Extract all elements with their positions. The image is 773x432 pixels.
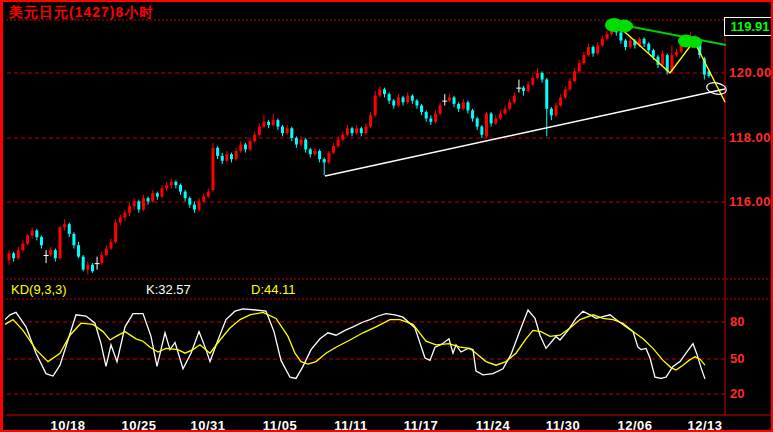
date-label: 11/11	[326, 418, 376, 432]
candle-body	[647, 44, 650, 51]
d-line	[5, 312, 705, 370]
candle-body	[388, 94, 391, 101]
candle-body	[337, 140, 340, 147]
candle-body	[522, 88, 525, 91]
candle-body	[267, 122, 270, 125]
candle-body	[652, 50, 655, 57]
kd-d-value: D:44.11	[251, 282, 296, 297]
candle-body	[68, 224, 71, 234]
candle-body	[360, 128, 363, 133]
candle-body	[494, 119, 497, 124]
candle-body	[504, 109, 507, 114]
candle-body	[272, 120, 275, 125]
date-label: 11/05	[255, 418, 305, 432]
candle-body	[174, 182, 177, 185]
candle-body	[606, 34, 609, 39]
candle-body	[114, 223, 117, 243]
candle-body	[559, 97, 562, 105]
candle-body	[193, 205, 196, 210]
candle-body	[327, 153, 330, 163]
candle-body	[137, 201, 140, 209]
candle-body	[392, 101, 395, 106]
candle-body	[230, 154, 233, 159]
kd-indicator-name[interactable]: KD(9,3,3)	[11, 282, 67, 297]
chart-canvas[interactable]	[3, 2, 773, 432]
support-trendline	[325, 89, 725, 176]
candle-body	[364, 127, 367, 134]
candle-body	[661, 54, 664, 65]
candle-body	[434, 114, 437, 122]
candle-body	[17, 250, 20, 258]
candle-body	[123, 213, 126, 218]
candle-body	[44, 255, 49, 256]
chart-title: 美元日元(1427)8小时	[9, 4, 154, 22]
candle-body	[439, 106, 442, 114]
candle-body	[531, 78, 534, 85]
candle-body	[72, 234, 75, 245]
candle-body	[643, 39, 646, 44]
candle-body	[207, 192, 210, 197]
candle-body	[629, 41, 632, 48]
candle-body	[573, 71, 576, 81]
candle-body	[578, 63, 581, 71]
candle-body	[290, 128, 293, 138]
candle-body	[448, 97, 451, 100]
candle-body	[318, 151, 321, 159]
candle-body	[133, 201, 136, 206]
candle-body	[490, 114, 493, 124]
candle-body	[466, 102, 469, 110]
candle-body	[415, 101, 418, 106]
candle-body	[564, 89, 567, 97]
candle-body	[420, 106, 423, 113]
candle-body	[184, 192, 187, 199]
date-label: 10/18	[43, 418, 93, 432]
candle-body	[592, 47, 595, 54]
candle-body	[476, 119, 479, 127]
date-label: 12/13	[680, 418, 730, 432]
price-axis-label: 120.00	[729, 65, 772, 80]
candle-body	[86, 265, 89, 270]
candle-body	[95, 263, 100, 264]
candle-body	[601, 39, 604, 46]
candle-body	[77, 245, 80, 256]
candle-body	[244, 145, 247, 150]
date-label: 11/17	[396, 418, 446, 432]
kd-k-value: K:32.57	[146, 282, 191, 297]
candle-body	[332, 146, 335, 153]
candle-body	[624, 41, 627, 48]
date-label: 12/06	[610, 418, 660, 432]
candle-body	[300, 140, 303, 145]
candle-body	[462, 102, 465, 109]
highlight-blob	[686, 36, 702, 48]
kd-axis-label: 50	[730, 351, 744, 366]
candle-body	[221, 156, 224, 161]
candle-body	[341, 135, 344, 140]
last-price-badge: 119.91	[724, 17, 773, 36]
candle-body	[527, 84, 530, 91]
candle-body	[675, 52, 678, 55]
candle-body	[596, 45, 599, 53]
candle-body	[281, 127, 284, 134]
candle-body	[49, 250, 52, 255]
candle-body	[253, 135, 256, 142]
candle-body	[402, 97, 405, 102]
candle-body	[128, 206, 131, 213]
candle-body	[304, 140, 307, 150]
candle-body	[555, 106, 558, 116]
candle-body	[8, 253, 11, 260]
candle-body	[378, 89, 381, 96]
candle-body	[188, 198, 191, 205]
candle-body	[429, 119, 432, 122]
trading-chart-window: 美元日元(1427)8小时 119.91 KD(9,3,3) K:32.57 D…	[0, 0, 773, 432]
candle-body	[457, 104, 460, 109]
candle-body	[142, 198, 145, 209]
candle-body	[406, 96, 409, 103]
candle-body	[442, 101, 447, 102]
candle-body	[516, 88, 521, 89]
candle-body	[165, 185, 168, 188]
candle-body	[471, 110, 474, 118]
candle-body	[58, 227, 61, 258]
candle-body	[541, 73, 544, 80]
candle-body	[26, 236, 29, 244]
candle-body	[351, 128, 354, 133]
